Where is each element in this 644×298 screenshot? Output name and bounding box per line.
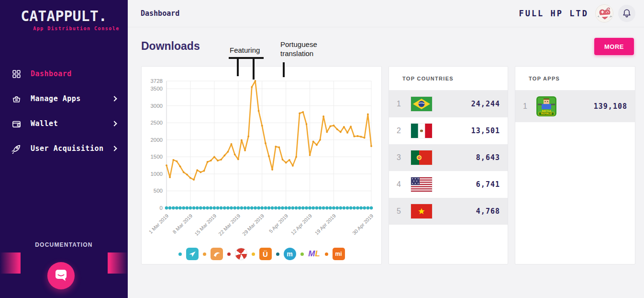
svg-text:2500: 2500 <box>150 120 163 126</box>
panel-title: TOP COUNTRIES <box>402 76 454 81</box>
top-apps-card: TOP APPS 1 BAT <box>515 66 635 264</box>
svg-text:1500: 1500 <box>150 154 163 160</box>
sidebar-item-label: Dashboard <box>31 69 72 78</box>
chevron-right-icon <box>111 146 117 151</box>
sidebar-item-label: User Acquisition <box>31 144 104 153</box>
legend-item-orange-u[interactable]: Ü <box>252 248 272 260</box>
legend-item-teal-plane[interactable] <box>178 248 199 260</box>
bell-icon <box>622 8 632 19</box>
annotation-portuguese-marker <box>283 62 285 77</box>
flag-portugal <box>411 150 432 165</box>
country-value: 8,643 <box>476 153 500 162</box>
sidebar-item-label: Wallet <box>31 119 58 128</box>
annotation-featuring-marker-left <box>237 58 239 76</box>
svg-text:BATTLE: BATTLE <box>542 110 551 112</box>
legend-dot <box>252 252 255 256</box>
catappult-logo: CATAPPULT. <box>0 8 128 24</box>
svg-text:3728: 3728 <box>150 78 163 84</box>
chevron-right-icon <box>111 121 117 126</box>
chat-bubble-icon <box>55 269 67 283</box>
sidebar-item-wallet[interactable]: Wallet <box>0 111 128 136</box>
legend-dot <box>325 252 328 256</box>
legend-item-teal-pin[interactable]: m <box>276 248 296 260</box>
legend-dot <box>300 252 304 256</box>
sidebar-item-manage-apps[interactable]: Manage Apps <box>0 86 128 111</box>
svg-text:15 Mar 2019: 15 Mar 2019 <box>193 213 217 237</box>
swirl-app-icon <box>235 248 247 260</box>
map-pin-m-app-icon: m <box>284 248 296 260</box>
downloads-chart-card: 050010001500200025003000350037281 Mar 20… <box>141 66 382 264</box>
sidebar: CATAPPULT. App Distribution Console Dash… <box>0 0 128 298</box>
svg-text:8 Mar 2019: 8 Mar 2019 <box>171 213 193 235</box>
svg-text:500: 500 <box>154 188 163 194</box>
annotation-portuguese: Portuguese translation <box>280 40 326 58</box>
sidebar-item-user-acquisition[interactable]: User Acquisition <box>0 136 128 161</box>
breadcrumb: Dashboard <box>141 9 179 18</box>
legend-dot <box>203 252 206 256</box>
paper-plane-app-icon <box>186 248 199 260</box>
svg-text:ROYALE: ROYALE <box>541 112 552 115</box>
wallet-icon <box>11 119 24 129</box>
flag-vietnam <box>411 204 432 218</box>
bird-app-icon <box>211 248 223 260</box>
annotation-featuring: Featuring <box>230 46 260 55</box>
top-bar: Dashboard FULL HP LTD <box>128 0 644 27</box>
legend-item-ml[interactable]: ML <box>300 248 321 260</box>
country-row-mexico: 2 13,501 <box>389 117 508 144</box>
svg-text:19 Apr 2019: 19 Apr 2019 <box>313 213 337 236</box>
legend-item-mi[interactable]: mi <box>325 248 345 260</box>
logo-tagline: App Distribution Console <box>12 26 140 31</box>
legend-dot <box>276 252 279 256</box>
svg-text:0: 0 <box>160 205 163 211</box>
app-value: 139,108 <box>594 102 627 111</box>
svg-text:12 Apr 2019: 12 Apr 2019 <box>289 213 313 236</box>
flag-usa <box>411 177 432 192</box>
top-countries-card: TOP COUNTRIES 1 24,244 2 <box>389 66 508 264</box>
dashboard-main: Downloads MORE Featuring Portuguese tran… <box>128 27 644 298</box>
more-button[interactable]: MORE <box>594 38 634 55</box>
rocket-icon <box>11 144 24 154</box>
country-value: 4,768 <box>476 207 500 216</box>
downloads-line-chart: 050010001500200025003000350037281 Mar 20… <box>142 70 381 244</box>
app-row-battle-royale: 1 BATTLE ROYA <box>515 91 635 122</box>
app-root: CATAPPULT. App Distribution Console Dash… <box>0 0 644 298</box>
country-row-brazil: 1 24,244 <box>389 91 508 117</box>
country-value: 13,501 <box>471 126 500 135</box>
annotation-featuring-marker-right <box>253 58 255 80</box>
account-name[interactable]: FULL HP LTD <box>519 9 588 18</box>
avatar[interactable] <box>595 4 613 23</box>
decor-bar-right <box>108 252 128 274</box>
legend-item-red-swirl[interactable] <box>227 248 247 260</box>
legend-dot <box>227 252 231 256</box>
country-row-usa: 4 6,741 <box>389 171 508 198</box>
logo-block[interactable]: CATAPPULT. App Distribution Console <box>0 0 128 31</box>
u-smiley-app-icon: Ü <box>259 248 272 260</box>
legend-item-orange-bird[interactable] <box>203 248 223 260</box>
top-countries-header: TOP COUNTRIES <box>389 67 508 91</box>
svg-text:1000: 1000 <box>150 171 163 177</box>
rank-label: 3 <box>397 153 407 162</box>
mi-app-icon: mi <box>333 248 345 260</box>
svg-text:5 Apr 2019: 5 Apr 2019 <box>268 213 289 234</box>
country-value: 24,244 <box>471 100 500 108</box>
flag-mexico <box>411 124 432 138</box>
country-value: 6,741 <box>476 180 500 189</box>
svg-text:1 Mar 2019: 1 Mar 2019 <box>147 213 169 235</box>
svg-text:2000: 2000 <box>150 137 163 143</box>
svg-text:3000: 3000 <box>150 103 163 109</box>
top-apps-header: TOP APPS <box>515 67 635 91</box>
panel-title: TOP APPS <box>529 76 560 81</box>
rank-label: 1 <box>397 100 407 108</box>
legend-dot <box>178 252 182 256</box>
annotation-featuring-underline <box>229 57 264 59</box>
sidebar-item-dashboard[interactable]: Dashboard <box>0 61 128 86</box>
chat-support-button[interactable] <box>47 262 75 289</box>
basket-icon <box>11 94 24 104</box>
sidebar-nav: Dashboard Manage Apps <box>0 61 128 161</box>
svg-text:3500: 3500 <box>150 86 163 92</box>
svg-text:29 Mar 2019: 29 Mar 2019 <box>241 213 265 237</box>
content-area: Dashboard FULL HP LTD <box>128 0 644 298</box>
rank-label: 2 <box>397 126 407 135</box>
rank-label: 5 <box>397 207 407 216</box>
notifications-button[interactable] <box>618 5 635 22</box>
